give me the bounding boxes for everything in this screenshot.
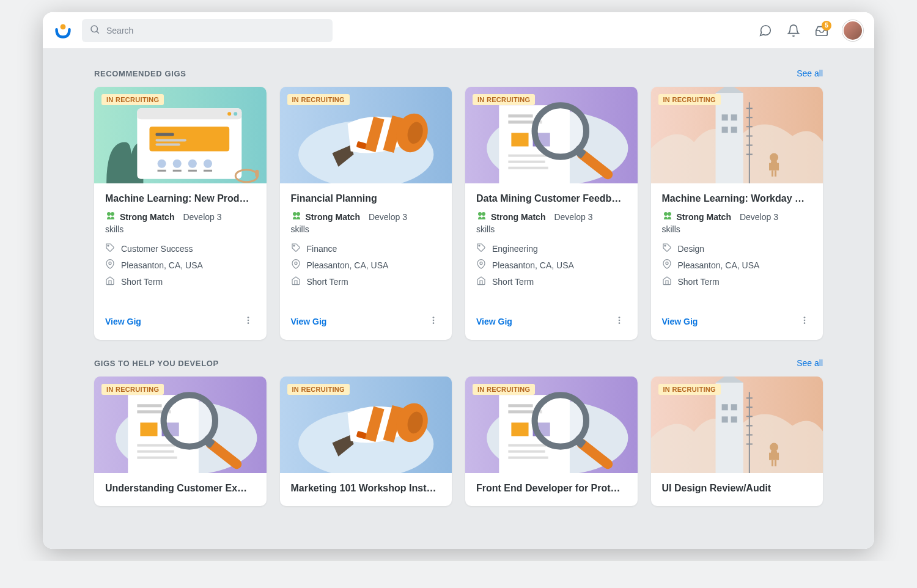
- svg-point-87: [804, 320, 806, 322]
- svg-rect-138: [776, 453, 779, 460]
- svg-point-7: [234, 112, 237, 116]
- recruiting-badge: IN RECRUITING: [473, 94, 535, 105]
- svg-rect-5: [137, 108, 241, 119]
- gig-card[interactable]: IN RECRUITING Data Mining Customer Feedb…: [465, 87, 638, 340]
- more-icon[interactable]: [797, 313, 812, 330]
- gig-card[interactable]: IN RECRUITING Marketing 101 Workshop Ins…: [280, 377, 452, 506]
- svg-rect-139: [772, 460, 773, 466]
- bell-icon[interactable]: [786, 23, 801, 38]
- svg-rect-16: [158, 170, 166, 172]
- match-label: Strong Match: [677, 212, 731, 222]
- gig-card[interactable]: IN RECRUITING Machine Learning: New Prod…: [94, 87, 267, 340]
- view-gig-link[interactable]: View Gig: [662, 317, 698, 326]
- term-text: Short Term: [492, 277, 534, 287]
- tag-icon: [476, 243, 486, 254]
- svg-point-83: [668, 212, 671, 216]
- svg-point-37: [296, 212, 300, 216]
- category-text: Design: [678, 244, 705, 254]
- card-hero: IN RECRUITING: [94, 87, 267, 183]
- more-icon[interactable]: [426, 313, 441, 330]
- section-title: RECOMMENDED GIGS: [94, 69, 186, 78]
- category-text: Engineering: [492, 244, 538, 254]
- gig-card[interactable]: IN RECRUITING Understanding Customer Ex…: [94, 377, 267, 506]
- svg-point-135: [770, 443, 778, 452]
- inbox-icon[interactable]: 5: [814, 23, 829, 38]
- svg-rect-68: [731, 127, 737, 133]
- card-body: Understanding Customer Ex…: [94, 473, 267, 506]
- tag-icon: [662, 243, 672, 254]
- location-text: Pleasanton, CA, USA: [121, 260, 203, 270]
- view-gig-link[interactable]: View Gig: [291, 317, 327, 326]
- svg-rect-97: [137, 450, 174, 453]
- search-box[interactable]: [82, 19, 333, 42]
- svg-rect-125: [731, 404, 737, 410]
- category-text: Customer Success: [121, 244, 193, 254]
- svg-point-88: [804, 322, 806, 324]
- category-item: Engineering: [476, 243, 627, 254]
- workday-logo[interactable]: [54, 21, 72, 40]
- svg-rect-94: [140, 422, 157, 436]
- chat-icon[interactable]: [758, 23, 773, 38]
- match-row: Strong Match Develop 3: [105, 210, 256, 223]
- meta-list: Finance Pleasanton, CA, USA Short Term: [291, 243, 441, 287]
- card-row-recommended: IN RECRUITING Machine Learning: New Prod…: [94, 87, 823, 340]
- svg-rect-77: [771, 161, 777, 171]
- search-input[interactable]: [106, 26, 325, 35]
- card-body: UI Design Review/Audit: [651, 473, 823, 506]
- match-icon: [476, 210, 487, 223]
- svg-point-22: [107, 212, 111, 216]
- card-hero: IN RECRUITING: [465, 87, 638, 183]
- develop-text: Develop 3: [554, 212, 592, 222]
- svg-rect-81: [775, 171, 776, 177]
- develop-text: Develop 3: [183, 212, 221, 222]
- svg-rect-67: [721, 127, 727, 133]
- card-body: Machine Learning: New Prod… Strong Match…: [94, 183, 267, 293]
- svg-rect-65: [721, 114, 727, 120]
- see-all-link[interactable]: See all: [797, 68, 823, 78]
- gig-card[interactable]: IN RECRUITING UI Design Review/Audit: [651, 377, 823, 506]
- see-all-link[interactable]: See all: [797, 358, 823, 368]
- view-gig-link[interactable]: View Gig: [476, 317, 512, 326]
- svg-rect-118: [508, 457, 548, 459]
- location-text: Pleasanton, CA, USA: [492, 260, 574, 270]
- term-text: Short Term: [121, 277, 163, 287]
- svg-point-62: [618, 322, 620, 324]
- match-row: Strong Match Develop 3: [662, 210, 812, 223]
- recruiting-badge: IN RECRUITING: [658, 94, 721, 105]
- meta-list: Design Pleasanton, CA, USA Short Term: [662, 243, 812, 287]
- svg-point-60: [618, 317, 620, 318]
- match-label: Strong Match: [306, 212, 360, 222]
- svg-rect-80: [772, 171, 773, 177]
- svg-rect-114: [511, 422, 528, 436]
- svg-point-6: [227, 112, 231, 116]
- card-body: Financial Planning Strong Match Develop …: [280, 183, 452, 293]
- svg-point-12: [158, 160, 166, 168]
- svg-rect-123: [715, 383, 743, 473]
- more-icon[interactable]: [241, 313, 256, 330]
- more-icon[interactable]: [612, 313, 627, 330]
- recruiting-badge: IN RECRUITING: [101, 94, 164, 105]
- avatar[interactable]: [842, 20, 863, 41]
- gig-title: Financial Planning: [291, 193, 441, 204]
- svg-point-86: [804, 317, 806, 318]
- svg-point-27: [247, 320, 249, 322]
- view-gig-link[interactable]: View Gig: [105, 317, 141, 326]
- recruiting-badge: IN RECRUITING: [101, 384, 164, 395]
- gig-card[interactable]: IN RECRUITING Financial Planning Strong …: [280, 87, 452, 340]
- svg-rect-117: [508, 450, 545, 453]
- gig-card[interactable]: IN RECRUITING Machine Learning: Workday …: [651, 87, 823, 340]
- card-hero: IN RECRUITING: [94, 377, 267, 473]
- match-row: Strong Match Develop 3: [476, 210, 627, 223]
- home-icon: [291, 276, 301, 287]
- inbox-badge: 5: [822, 21, 831, 31]
- gig-card[interactable]: IN RECRUITING Front End Developer for Pr…: [465, 377, 638, 506]
- svg-rect-124: [721, 404, 727, 410]
- card-body: Machine Learning: Workday … Strong Match…: [651, 183, 823, 293]
- svg-rect-126: [721, 416, 727, 422]
- content: RECOMMENDED GIGS See all IN RECRUITING M…: [43, 49, 874, 549]
- svg-point-28: [247, 322, 249, 324]
- skills-text: skills: [662, 224, 812, 234]
- svg-rect-18: [188, 170, 197, 172]
- match-icon: [291, 210, 302, 223]
- gig-title: UI Design Review/Audit: [662, 483, 812, 494]
